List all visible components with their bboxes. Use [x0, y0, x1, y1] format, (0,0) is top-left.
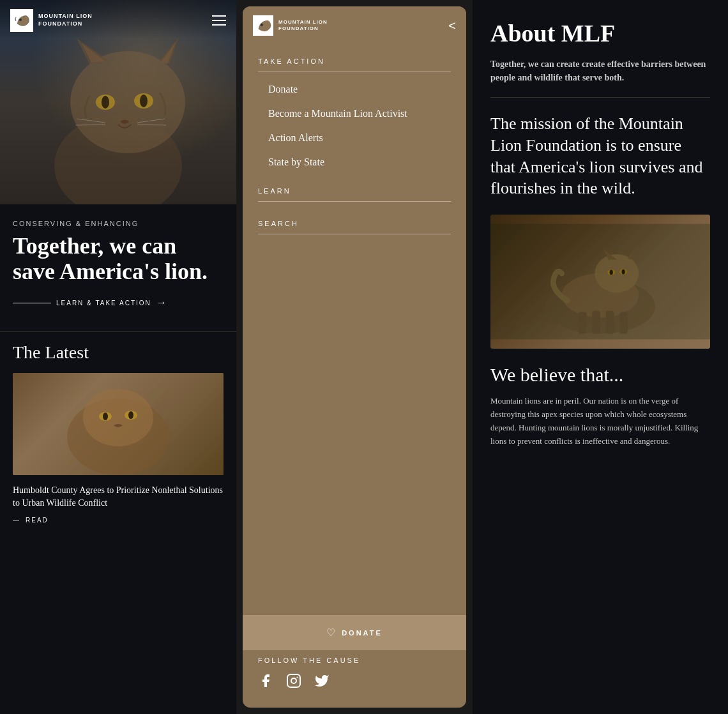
main-website-panel: MOUNTAIN LION FOUNDATION — [0, 0, 236, 714]
svg-point-0 — [19, 19, 22, 21]
svg-point-25 — [297, 677, 298, 678]
close-menu-button[interactable]: < — [448, 19, 456, 33]
menu-item-activist[interactable]: Become a Mountain Lion Activist — [258, 102, 451, 126]
read-link[interactable]: READ — [13, 517, 224, 524]
logo[interactable]: MOUNTAIN LION FOUNDATION — [10, 9, 93, 32]
search-label: SEARCH — [258, 207, 451, 234]
about-subtitle: Together, we can create create effective… — [490, 57, 710, 84]
nav-menu-panel: MOUNTAIN LION FOUNDATION < TAKE ACTION D… — [243, 6, 466, 708]
follow-label: FOLLOW THE CAUSE — [258, 657, 451, 664]
twitter-icon[interactable] — [314, 673, 330, 692]
panel2-logo[interactable]: MOUNTAIN LION FOUNDATION — [253, 15, 328, 36]
svg-rect-23 — [287, 674, 300, 687]
logo-text: MOUNTAIN LION FOUNDATION — [38, 13, 93, 27]
menu-item-state[interactable]: State by State — [258, 150, 451, 174]
hamburger-menu[interactable] — [212, 15, 226, 26]
learn-divider — [258, 201, 451, 202]
take-action-label: TAKE ACTION — [258, 45, 451, 72]
logo-icon — [10, 9, 33, 32]
mission-image — [490, 215, 710, 349]
learn-label: LEARN — [258, 174, 451, 201]
hero-content: Conserving & Enhancing Together, we can … — [0, 204, 236, 321]
social-icons — [258, 673, 451, 692]
instagram-icon[interactable] — [286, 673, 301, 692]
panel1-header: MOUNTAIN LION FOUNDATION — [0, 0, 236, 41]
latest-section-title: The Latest — [13, 342, 224, 363]
svg-point-17 — [83, 389, 153, 446]
svg-point-21 — [128, 411, 133, 419]
svg-rect-39 — [490, 224, 710, 340]
arrow-icon: → — [156, 297, 168, 308]
latest-article-image — [13, 373, 224, 475]
panel2-logo-icon — [253, 15, 273, 36]
search-divider — [258, 234, 451, 234]
latest-article-title: Humboldt County Agrees to Prioritize Non… — [13, 484, 224, 509]
svg-point-22 — [261, 24, 263, 26]
follow-section: FOLLOW THE CAUSE — [243, 657, 466, 708]
mission-text: The mission of the Mountain Lion Foundat… — [490, 113, 710, 199]
donate-bar-label: DONATE — [342, 629, 383, 637]
menu-item-donate[interactable]: Donate — [258, 77, 451, 102]
believe-text: Mountain lions are in peril. Our nation … — [490, 395, 710, 448]
hero-title: Together, we can save America's lion. — [13, 234, 224, 284]
read-label: READ — [26, 517, 49, 524]
believe-title: We believe that... — [490, 364, 710, 386]
svg-point-9 — [102, 96, 109, 109]
hero-subtitle: Conserving & Enhancing — [13, 220, 224, 227]
svg-marker-6 — [161, 42, 176, 64]
about-divider — [490, 97, 710, 98]
panel2-logo-text: MOUNTAIN LION FOUNDATION — [278, 19, 328, 33]
svg-point-24 — [291, 678, 296, 683]
about-panel: About MLF Together, we can create create… — [473, 0, 728, 714]
donate-button[interactable]: ♡ DONATE — [243, 615, 466, 650]
svg-point-20 — [103, 413, 108, 420]
svg-point-10 — [140, 95, 148, 107]
cta-link[interactable]: LEARN & TAKE ACTION → — [13, 297, 224, 308]
heart-icon: ♡ — [326, 627, 335, 639]
about-title: About MLF — [490, 19, 710, 47]
take-action-divider — [258, 72, 451, 72]
facebook-icon[interactable] — [258, 673, 273, 692]
menu-content: TAKE ACTION Donate Become a Mountain Lio… — [243, 45, 466, 609]
cta-label: LEARN & TAKE ACTION — [56, 300, 151, 307]
menu-item-alerts[interactable]: Action Alerts — [258, 126, 451, 150]
panel2-header: MOUNTAIN LION FOUNDATION < — [243, 6, 466, 45]
